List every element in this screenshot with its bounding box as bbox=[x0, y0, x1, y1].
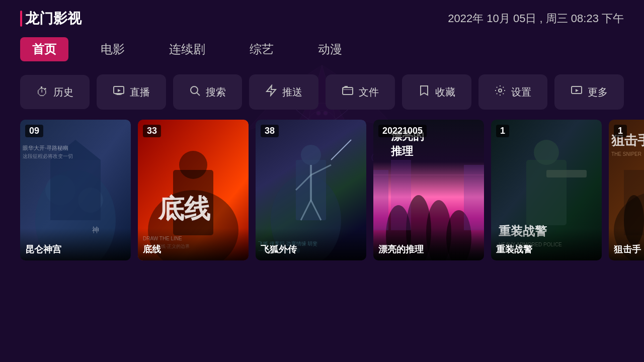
movie-title-3: 飞狐外传 bbox=[261, 243, 361, 255]
svg-text:底线: 底线 bbox=[157, 194, 211, 223]
movie-badge-2: 33 bbox=[143, 125, 161, 137]
svg-text:推理: 推理 bbox=[390, 145, 414, 157]
more-icon bbox=[571, 84, 583, 100]
movies-row: 眼华大开·寻路秘幽 这段征程必将改变一切 神 09 昆仑神宫 bbox=[0, 120, 644, 260]
movie-badge-6: 1 bbox=[614, 125, 627, 137]
nav-item-movies[interactable]: 电影 bbox=[89, 37, 137, 61]
svg-marker-14 bbox=[576, 89, 579, 92]
svg-rect-48 bbox=[373, 170, 388, 230]
movie-title-1: 昆仑神宫 bbox=[25, 243, 126, 255]
history-label: 历史 bbox=[53, 85, 73, 99]
svg-text:THE SNIPER: THE SNIPER bbox=[611, 151, 641, 157]
svg-point-34 bbox=[301, 145, 321, 165]
movie-card-4[interactable]: 漂亮的 推理 20221005 漂亮的推理 bbox=[373, 120, 484, 260]
header: 龙门影视 2022年 10月 05日 , 周三 08:23 下午 bbox=[0, 0, 644, 33]
logo-container: 龙门影视 bbox=[20, 9, 82, 28]
search-button[interactable]: 搜索 bbox=[173, 74, 243, 110]
svg-text:这段征程必将改变一切: 这段征程必将改变一切 bbox=[23, 153, 73, 159]
files-button[interactable]: 文件 bbox=[326, 74, 395, 110]
files-icon bbox=[342, 84, 354, 100]
nav-item-animation[interactable]: 动漫 bbox=[306, 37, 354, 61]
svg-rect-49 bbox=[391, 160, 411, 230]
favorites-label: 收藏 bbox=[435, 85, 455, 99]
live-icon bbox=[113, 84, 125, 100]
svg-point-56 bbox=[534, 140, 559, 165]
push-icon bbox=[265, 84, 277, 100]
nav-item-series[interactable]: 连续剧 bbox=[157, 37, 217, 61]
logo-bar bbox=[20, 11, 22, 27]
search-label: 搜索 bbox=[206, 85, 226, 99]
movie-card-2[interactable]: 底线 DRAW THE LINE 法律的底线·正义的边界 33 底线 bbox=[138, 120, 249, 260]
search-icon bbox=[189, 84, 201, 100]
movie-title-6: 狙击手 bbox=[614, 243, 644, 255]
movie-card-6[interactable]: 狙击手 THE SNIPER 1 狙击手 bbox=[609, 120, 644, 260]
movie-badge-5: 1 bbox=[496, 125, 509, 137]
push-button[interactable]: 推送 bbox=[249, 74, 318, 110]
logo-text: 龙门影视 bbox=[25, 9, 82, 28]
movie-badge-4: 20221005 bbox=[378, 125, 427, 137]
history-button[interactable]: ⏱ 历史 bbox=[20, 75, 90, 109]
svg-text:眼华大开·寻路秘幽: 眼华大开·寻路秘幽 bbox=[23, 145, 68, 151]
nav-item-variety[interactable]: 综艺 bbox=[237, 37, 286, 61]
svg-rect-57 bbox=[546, 170, 587, 177]
movie-badge-1: 09 bbox=[25, 125, 43, 137]
nav-item-home[interactable]: 首页 bbox=[20, 37, 68, 61]
movie-title-5: 重装战警 bbox=[496, 243, 597, 255]
svg-rect-19 bbox=[50, 160, 101, 220]
movie-card-5[interactable]: 重装战警 HEAVY ARMORED POLICE 2022 1 重装战警 bbox=[491, 120, 602, 260]
movie-badge-3: 38 bbox=[261, 125, 279, 137]
svg-rect-55 bbox=[526, 160, 567, 225]
files-label: 文件 bbox=[359, 85, 379, 99]
favorites-button[interactable]: 收藏 bbox=[402, 74, 471, 110]
settings-icon bbox=[494, 84, 506, 100]
history-icon: ⏱ bbox=[36, 85, 48, 99]
favorites-icon bbox=[418, 84, 430, 100]
settings-button[interactable]: 设置 bbox=[478, 74, 548, 110]
movie-card-1[interactable]: 眼华大开·寻路秘幽 这段征程必将改变一切 神 09 昆仑神宫 bbox=[20, 120, 131, 260]
svg-point-27 bbox=[179, 151, 207, 179]
navigation: 首页 电影 连续剧 综艺 动漫 bbox=[0, 33, 644, 69]
push-label: 推送 bbox=[282, 85, 302, 99]
svg-line-10 bbox=[197, 93, 200, 96]
settings-label: 设置 bbox=[511, 85, 531, 99]
svg-point-12 bbox=[499, 89, 502, 92]
svg-rect-11 bbox=[343, 87, 353, 95]
actions-row: ⏱ 历史 直播 搜索 推送 文件 收藏 设置 bbox=[0, 69, 644, 120]
svg-marker-8 bbox=[118, 89, 121, 92]
live-label: 直播 bbox=[130, 85, 150, 99]
live-button[interactable]: 直播 bbox=[97, 74, 166, 110]
movie-card-3[interactable]: 飞狐 侠客行 边塞情缘 胡斐 一往情深 热血江湖 38 飞狐外传 bbox=[256, 120, 366, 260]
more-button[interactable]: 更多 bbox=[554, 74, 624, 110]
movie-title-2: 底线 bbox=[143, 243, 244, 255]
svg-point-9 bbox=[191, 86, 198, 94]
movie-title-4: 漂亮的推理 bbox=[378, 243, 479, 255]
datetime: 2022年 10月 05日 , 周三 08:23 下午 bbox=[448, 11, 624, 26]
more-label: 更多 bbox=[588, 85, 608, 99]
